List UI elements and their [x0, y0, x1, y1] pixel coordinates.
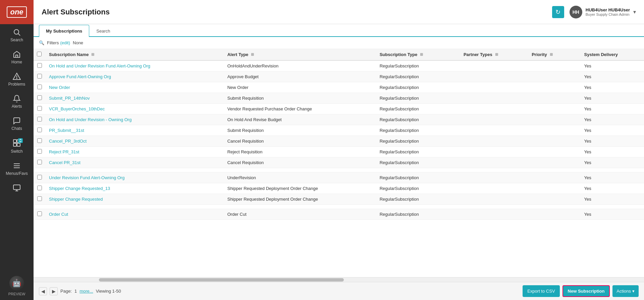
horizontal-scrollbar[interactable] — [34, 277, 644, 282]
row-checkbox-cell — [34, 104, 46, 114]
subscription-name-link[interactable]: PR_Submit__31st — [49, 128, 84, 133]
pagination-next[interactable]: ▶ — [50, 287, 58, 295]
subscription-name-link[interactable]: New Order — [49, 85, 70, 90]
row-alert-type: Shipper Requested Deployment Order Chang… — [224, 183, 376, 194]
row-subscription-name: Approve Fund Alert-Owning Org — [46, 71, 224, 82]
table-row-spacer — [34, 205, 644, 209]
row-checkbox[interactable] — [37, 160, 42, 164]
row-subscription-name: Shipper Change Requested — [46, 194, 224, 205]
subscription-name-link[interactable]: Under Revision Fund Alert-Owning Org — [49, 175, 124, 180]
row-system-delivery: Yes — [581, 183, 644, 194]
table-row-spacer — [34, 168, 644, 172]
row-alert-type: Submit Requisition — [224, 125, 376, 136]
subscription-name-link[interactable]: On Hold and Under Revision - Owning Org — [49, 117, 131, 122]
row-checkbox[interactable] — [37, 63, 42, 68]
row-partner-types — [460, 104, 528, 114]
subscription-name-link[interactable]: Submit_PR_14thNov — [49, 96, 90, 101]
table-row: On Hold and Under Revision Fund Alert-Ow… — [34, 60, 644, 71]
sort-icon-alert[interactable]: ⊞ — [251, 52, 254, 57]
sidebar-item-chats[interactable]: Chats — [0, 113, 34, 135]
sidebar-item-home[interactable]: Home — [0, 46, 34, 68]
hscroll-thumb[interactable] — [99, 278, 344, 282]
new-subscription-button[interactable]: New Subscription — [562, 285, 610, 297]
row-checkbox[interactable] — [37, 95, 42, 100]
row-checkbox[interactable] — [37, 186, 42, 190]
row-checkbox[interactable] — [37, 106, 42, 111]
table-header-row: Subscription Name ⊞ Alert Type ⊞ — [34, 49, 644, 60]
row-checkbox[interactable] — [37, 117, 42, 121]
tab-search[interactable]: Search — [89, 25, 117, 37]
sidebar-item-alerts-label: Alerts — [12, 104, 22, 109]
row-system-delivery: Yes — [581, 194, 644, 205]
sidebar-item-problems[interactable]: Problems — [0, 68, 34, 91]
tab-my-subscriptions[interactable]: My Subscriptions — [39, 25, 89, 37]
sidebar-item-search[interactable]: Search — [0, 24, 34, 46]
table-row: Under Revision Fund Alert-Owning Org Und… — [34, 172, 644, 183]
row-priority — [528, 136, 581, 147]
row-system-delivery: Yes — [581, 125, 644, 136]
row-subscription-type: RegularSubscription — [376, 172, 460, 183]
row-partner-types — [460, 82, 528, 93]
subscription-name-link[interactable]: Reject PR_31st — [49, 149, 79, 154]
row-checkbox[interactable] — [37, 85, 42, 89]
sidebar-item-alerts[interactable]: Alerts — [0, 91, 34, 113]
sort-icon-partner[interactable]: ⊞ — [495, 52, 498, 57]
select-all-checkbox[interactable] — [37, 52, 42, 56]
row-system-delivery: Yes — [581, 114, 644, 125]
row-checkbox[interactable] — [37, 74, 42, 79]
subscription-name-link[interactable]: VCR_BuyerOrches_10thDec — [49, 106, 105, 111]
row-checkbox[interactable] — [37, 211, 42, 216]
subscription-name-link[interactable]: Cancel_PR_3rdOct — [49, 139, 87, 144]
filters-edit-link[interactable]: (edit) — [60, 40, 70, 45]
sort-icon-subtype[interactable]: ⊞ — [420, 52, 423, 57]
sort-icon-name[interactable]: ⊞ — [91, 52, 94, 57]
user-info: HUB4User HUB4User Buyer Supply Chain Adm… — [586, 7, 630, 16]
table-row: VCR_BuyerOrches_10thDec Vendor Requested… — [34, 104, 644, 114]
row-checkbox[interactable] — [37, 128, 42, 132]
row-partner-types — [460, 114, 528, 125]
sidebar-item-menus[interactable]: Menus/Favs — [0, 158, 34, 180]
sidebar-item-problems-label: Problems — [8, 82, 25, 87]
row-partner-types — [460, 136, 528, 147]
row-partner-types — [460, 172, 528, 183]
home-icon — [13, 50, 21, 58]
main-content: Alert Subscriptions ↻ HH HUB4User HUB4Us… — [34, 0, 644, 300]
user-section[interactable]: HH HUB4User HUB4User Buyer Supply Chain … — [570, 6, 636, 18]
row-checkbox-cell — [34, 157, 46, 168]
row-system-delivery: Yes — [581, 209, 644, 220]
row-subscription-name: VCR_BuyerOrches_10thDec — [46, 104, 224, 114]
sidebar-item-monitor[interactable] — [0, 180, 34, 196]
row-system-delivery: Yes — [581, 93, 644, 104]
refresh-button[interactable]: ↻ — [552, 6, 564, 18]
row-subscription-type: RegularSubscription — [376, 147, 460, 157]
row-checkbox-cell — [34, 136, 46, 147]
subscription-name-link[interactable]: Cancel PR_31st — [49, 160, 80, 165]
th-system-delivery: System Delivery — [581, 49, 644, 60]
row-checkbox[interactable] — [37, 196, 42, 201]
row-alert-type: Order Cut — [224, 209, 376, 220]
subscription-name-link[interactable]: Approve Fund Alert-Owning Org — [49, 74, 111, 79]
pagination: ◀ ▶ Page: 1 more... Viewing 1-50 — [39, 287, 121, 295]
preview-avatar: 🤖 — [9, 276, 24, 291]
row-system-delivery: Yes — [581, 82, 644, 93]
export-csv-button[interactable]: Export to CSV — [523, 285, 559, 297]
sidebar-item-switch[interactable]: Switch — [0, 135, 34, 158]
subscription-name-link[interactable]: Shipper Change Requested_13 — [49, 186, 110, 191]
table-row: Shipper Change Requested_13 Shipper Requ… — [34, 183, 644, 194]
row-checkbox[interactable] — [37, 175, 42, 180]
svg-line-1 — [18, 34, 20, 36]
subscription-name-link[interactable]: On Hold and Under Revision Fund Alert-Ow… — [49, 63, 150, 68]
row-system-delivery: Yes — [581, 172, 644, 183]
monitor-icon — [13, 184, 21, 192]
row-checkbox[interactable] — [37, 149, 42, 154]
row-subscription-type: RegularSubscription — [376, 209, 460, 220]
row-alert-type: Submit Requisition — [224, 93, 376, 104]
subscription-name-link[interactable]: Order Cut — [49, 212, 68, 217]
subscription-name-link[interactable]: Shipper Change Requested — [49, 197, 103, 202]
sort-icon-priority[interactable]: ⊞ — [550, 52, 553, 57]
actions-button[interactable]: Actions ▾ — [612, 285, 639, 297]
row-checkbox[interactable] — [37, 138, 42, 143]
row-subscription-type: RegularSubscription — [376, 157, 460, 168]
pagination-prev[interactable]: ◀ — [39, 287, 47, 295]
pagination-more-link[interactable]: more... — [79, 289, 93, 294]
